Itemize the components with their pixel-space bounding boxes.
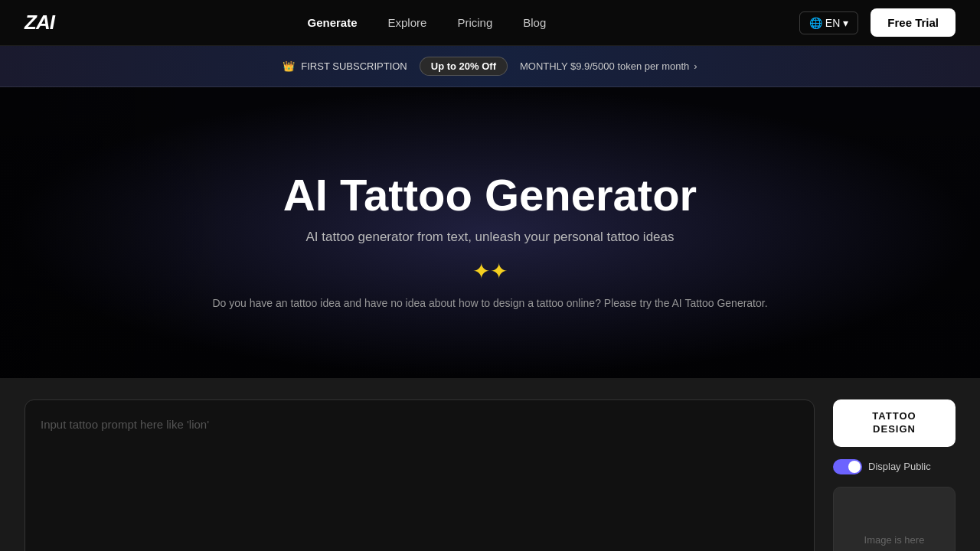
- toggle-label: Display Public: [868, 461, 931, 472]
- lang-label: EN: [825, 17, 840, 29]
- promo-badge: 👑 FIRST SUBSCRIPTION: [283, 60, 407, 72]
- hero-silhouette: [0, 87, 230, 378]
- hero-subtitle: AI tattoo generator from text, unleash y…: [212, 230, 767, 245]
- display-toggle: Display Public: [833, 459, 956, 474]
- hero-section: AI Tattoo Generator AI tattoo generator …: [0, 87, 980, 378]
- globe-icon: 🌐: [809, 17, 822, 29]
- promo-cta[interactable]: MONTHLY $9.9/5000 token per month ›: [520, 60, 697, 72]
- toggle-thumb: [848, 461, 861, 473]
- main-section: TATTOODESIGN Display Public Image is her…: [0, 378, 980, 551]
- logo[interactable]: ZAI: [24, 11, 54, 34]
- hero-desc: Do you have an tattoo idea and have no i…: [212, 295, 767, 311]
- prompt-box: [24, 399, 815, 551]
- main-inner: TATTOODESIGN Display Public Image is her…: [24, 399, 956, 551]
- hero-title: AI Tattoo Generator: [212, 169, 767, 220]
- promo-banner: 👑 FIRST SUBSCRIPTION Up to 20% Off MONTH…: [0, 46, 980, 87]
- sparkle-icon: ✦✦: [212, 259, 767, 284]
- crown-icon: 👑: [283, 60, 295, 72]
- promo-cta-text: MONTHLY $9.9/5000 token per month: [520, 60, 689, 72]
- nav-generate[interactable]: Generate: [307, 16, 357, 29]
- nav-links: Generate Explore Pricing Blog: [307, 16, 546, 29]
- chevron-down-icon: ▾: [843, 17, 848, 29]
- image-placeholder-text: Image is here: [864, 534, 925, 546]
- navbar: ZAI Generate Explore Pricing Blog 🌐 EN ▾…: [0, 0, 980, 46]
- image-preview: Image is here: [833, 487, 956, 551]
- nav-explore[interactable]: Explore: [388, 16, 427, 29]
- nav-right: 🌐 EN ▾ Free Trial: [799, 8, 956, 37]
- chevron-right-icon: ›: [694, 60, 697, 72]
- nav-pricing[interactable]: Pricing: [457, 16, 492, 29]
- prompt-input[interactable]: [41, 416, 799, 551]
- sidebar: TATTOODESIGN Display Public Image is her…: [833, 399, 956, 551]
- generate-button[interactable]: TATTOODESIGN: [833, 399, 956, 447]
- nav-blog[interactable]: Blog: [523, 16, 546, 29]
- toggle-switch[interactable]: [833, 459, 862, 474]
- hero-content: AI Tattoo Generator AI tattoo generator …: [212, 169, 767, 311]
- promo-pill[interactable]: Up to 20% Off: [420, 57, 508, 76]
- language-selector[interactable]: 🌐 EN ▾: [799, 11, 858, 34]
- free-trial-button[interactable]: Free Trial: [871, 8, 956, 37]
- promo-badge-label: FIRST SUBSCRIPTION: [301, 60, 407, 72]
